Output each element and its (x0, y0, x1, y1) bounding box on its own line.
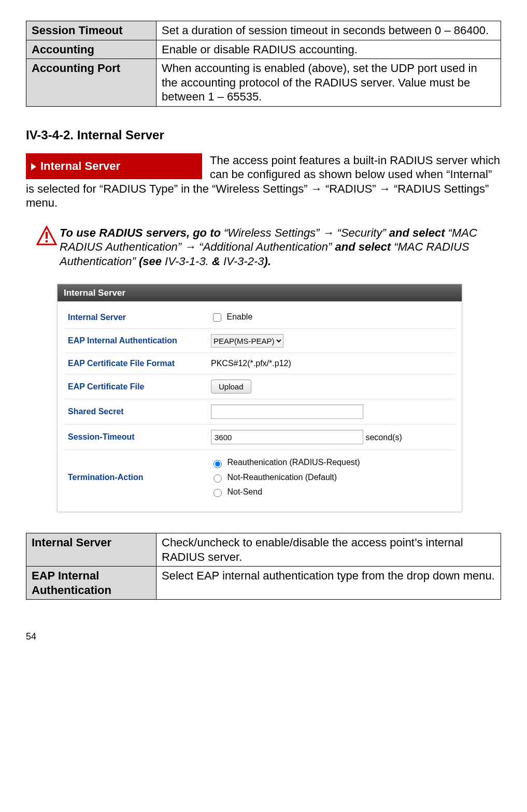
enable-checkbox[interactable] (213, 313, 221, 322)
table-row: Accounting Enable or disable RADIUS acco… (26, 40, 501, 59)
param-desc: When accounting is enabled (above), set … (156, 59, 501, 107)
breadcrumb-label: Internal Server (40, 160, 120, 172)
seconds-suffix: second(s) (365, 433, 402, 442)
section-heading: IV-3-4-2. Internal Server (26, 127, 501, 143)
warning-note: To use RADIUS servers, go to “Wireless S… (36, 226, 501, 269)
table-row: Accounting Port When accounting is enabl… (26, 59, 501, 107)
internal-server-screenshot: Internal Server Internal Server Enable E… (57, 284, 462, 512)
radio-label: Reauthenication (RADIUS-Request) (227, 458, 360, 467)
shared-secret-input[interactable] (211, 404, 363, 419)
field-label: Session-Timeout (64, 425, 207, 450)
radius-params-table: Session Timeout Set a duration of sessio… (26, 21, 501, 107)
internal-server-params-table: Internal Server Check/uncheck to enable/… (26, 533, 501, 600)
warning-icon (36, 226, 60, 269)
field-label: EAP Certificate File (64, 374, 207, 399)
internal-server-form: Internal Server Enable EAP Internal Auth… (64, 307, 455, 504)
param-label: Accounting (26, 40, 156, 59)
field-label: EAP Certificate File Format (64, 353, 207, 374)
eap-auth-select[interactable]: PEAP(MS-PEAP) (211, 334, 283, 347)
param-desc: Enable or disable RADIUS accounting. (156, 40, 501, 59)
field-label: EAP Internal Authentication (64, 329, 207, 353)
table-row: EAP Internal Authentication Select EAP i… (26, 567, 501, 600)
param-desc: Select EAP internal authentication type … (156, 567, 501, 600)
termination-radio-notsend[interactable] (213, 489, 222, 497)
svg-rect-2 (46, 240, 48, 242)
table-row: Internal Server Check/uncheck to enable/… (26, 533, 501, 567)
table-row: Session Timeout Set a duration of sessio… (26, 21, 501, 40)
param-desc: Set a duration of session timeout in sec… (156, 21, 501, 40)
page-number: 54 (26, 631, 501, 643)
svg-rect-1 (46, 232, 48, 239)
param-label: Session Timeout (26, 21, 156, 40)
session-timeout-input[interactable] (211, 430, 363, 444)
chevron-right-icon (31, 163, 36, 170)
upload-button[interactable]: Upload (211, 380, 251, 394)
field-label: Internal Server (64, 307, 207, 329)
param-desc: Check/uncheck to enable/disable the acce… (156, 533, 501, 567)
termination-radio-notreauth[interactable] (213, 474, 222, 483)
field-label: Shared Secret (64, 399, 207, 425)
cert-format-value: PKCS#12(*.pfx/*.p12) (207, 353, 455, 374)
param-label: Accounting Port (26, 59, 156, 107)
warning-text: To use RADIUS servers, go to “Wireless S… (60, 226, 501, 269)
param-label: Internal Server (26, 533, 156, 567)
param-label: EAP Internal Authentication (26, 567, 156, 600)
screenshot-header: Internal Server (58, 284, 462, 301)
termination-radio-reauth[interactable] (213, 460, 222, 468)
radio-label: Not-Reauthenication (Default) (227, 473, 337, 482)
enable-label: Enable (226, 312, 252, 321)
breadcrumb-banner: Internal Server (26, 153, 202, 179)
field-label: Termination-Action (64, 450, 207, 504)
radio-label: Not-Send (227, 487, 262, 496)
intro-paragraph: Internal Server The access point feature… (26, 153, 501, 210)
